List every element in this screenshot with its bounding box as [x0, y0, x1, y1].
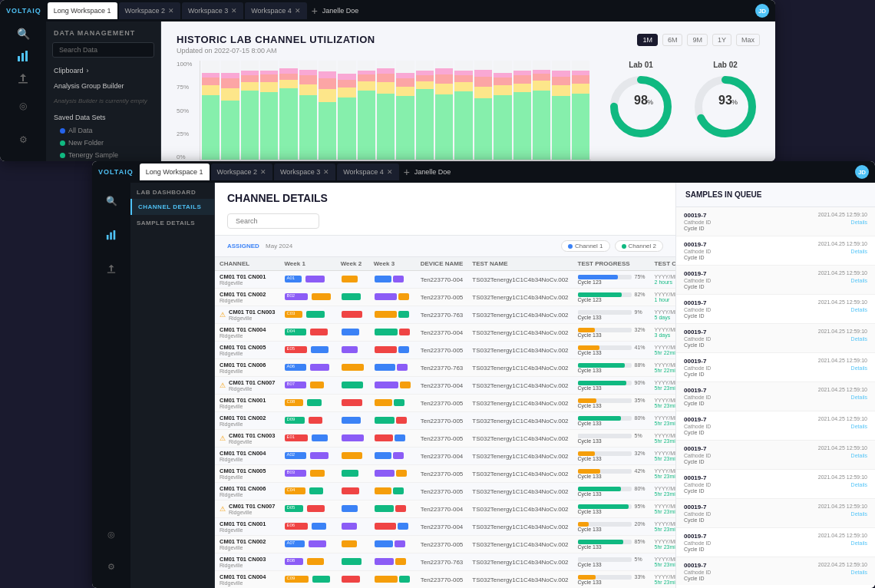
bar-group [299, 61, 317, 160]
queue-detail-link2[interactable] [818, 226, 867, 231]
cell-channel: ⚠ CM01 T01 CN003 Ridgeville [215, 306, 279, 324]
btab-close-4[interactable]: ✕ [387, 168, 393, 176]
filter-channel2[interactable]: Channel 2 [615, 240, 663, 252]
tab-workspace-3[interactable]: Workspace 3 ✕ [182, 2, 243, 19]
btab-close-3[interactable]: ✕ [323, 168, 329, 176]
queue-detail-link2[interactable] [818, 488, 867, 494]
search-input[interactable] [52, 42, 154, 58]
sidebar-help-icon[interactable]: ◎ [11, 94, 35, 118]
b-search-icon[interactable]: 🔍 [99, 189, 124, 213]
saved-item-all[interactable]: All Data [46, 124, 160, 137]
queue-detail-link2[interactable] [818, 430, 867, 435]
tab-workspace-2[interactable]: Workspace 2 ✕ [119, 2, 180, 19]
cell-week2 [336, 412, 369, 430]
btab-workspace-4[interactable]: Workspace 4 ✕ [337, 164, 398, 180]
queue-detail-link2[interactable] [818, 576, 867, 581]
queue-detail-link2[interactable] [818, 459, 867, 464]
dot-icon [60, 153, 65, 158]
sidebar-charts-icon[interactable] [11, 50, 35, 63]
bottom-add-tab[interactable]: + [401, 166, 413, 178]
red-segment [319, 78, 336, 89]
queue-detail-link2[interactable] [818, 401, 867, 406]
add-tab-button[interactable]: + [309, 5, 321, 17]
nav-lab-dashboard[interactable]: LAB DASHBOARD [130, 183, 214, 199]
queue-detail-link[interactable]: Details [818, 307, 867, 312]
saved-sets-label[interactable]: Saved Data Sets [46, 109, 160, 124]
b-help-icon[interactable]: ◎ [99, 522, 124, 547]
queue-detail-link[interactable]: Details [818, 540, 867, 546]
queue-detail-link2[interactable] [818, 284, 867, 289]
queue-detail-link2[interactable] [818, 255, 867, 260]
analysis-label[interactable]: Analysis Group Builder [46, 78, 160, 93]
cell-device: Ten223770-005 [416, 465, 468, 483]
btn-max[interactable]: Max [736, 34, 760, 46]
btab-close-2[interactable]: ✕ [260, 168, 266, 176]
btab-workspace-2[interactable]: Workspace 2 ✕ [211, 164, 272, 180]
svg-rect-14 [114, 230, 116, 239]
cell-channel: CM01 T01 CN006 Ridgeville [215, 359, 279, 377]
queue-detail-link2[interactable] [818, 547, 867, 552]
queue-date: 2021.04.25 12:59:10 [818, 504, 867, 510]
cell-progress: 5% Cycle 133 [573, 553, 650, 571]
svg-text:98: 98 [634, 94, 648, 107]
queue-detail-link[interactable]: Details [818, 453, 867, 458]
btn-1m[interactable]: 1M [637, 34, 658, 46]
cell-week3 [369, 483, 416, 500]
cell-completion: YYYY/MM/DD HH:MM 5hr 23min [650, 412, 675, 430]
queue-detail-link2[interactable] [818, 517, 867, 523]
channel-search-input[interactable] [227, 213, 319, 229]
queue-detail-link[interactable]: Details [818, 511, 867, 517]
empty-segment [299, 61, 317, 70]
saved-item-folder[interactable]: New Folder [46, 137, 160, 149]
queue-cycleid: Cycle ID [684, 430, 817, 435]
btab-workspace-1[interactable]: Long Workspace 1 [140, 164, 210, 180]
pink-segment [221, 73, 239, 79]
nav-channel-details[interactable]: CHANNEL DETAILS [130, 199, 214, 215]
tab-workspace-4[interactable]: Workspace 4 ✕ [245, 2, 306, 19]
tab-close-3[interactable]: ✕ [231, 7, 237, 15]
svg-rect-13 [110, 233, 112, 240]
cell-device: Ten223770-004 [416, 518, 468, 536]
queue-detail-link[interactable]: Details [818, 424, 867, 429]
tab-close-2[interactable]: ✕ [168, 7, 174, 15]
btab-workspace-3[interactable]: Workspace 3 ✕ [274, 164, 335, 180]
queue-detail-link[interactable]: Details [818, 395, 867, 400]
queue-detail-link2[interactable] [818, 342, 867, 348]
red-segment [435, 74, 453, 84]
tab-long-workspace-1[interactable]: Long Workspace 1 [48, 2, 117, 19]
nav-sample-details[interactable]: SAMPLE DETAILS [130, 215, 214, 231]
btn-6m[interactable]: 6M [662, 34, 683, 46]
queue-detail-link[interactable]: Details [818, 336, 867, 342]
sidebar-search-icon[interactable]: 🔍 [11, 28, 35, 41]
queue-detail-link2[interactable] [818, 372, 867, 377]
sidebar-upload-icon[interactable] [11, 71, 35, 84]
queue-detail-link[interactable]: Details [818, 220, 867, 225]
filter-channel1[interactable]: Channel 1 [561, 240, 609, 252]
b-settings-icon[interactable]: ⚙ [99, 554, 124, 579]
btn-9m[interactable]: 9M [687, 34, 708, 46]
queue-id: 00019-7 [684, 533, 817, 540]
clipboard-label[interactable]: Clipboard › [46, 62, 160, 78]
channel-title: CHANNEL DETAILS [227, 192, 663, 204]
queue-detail-link[interactable]: Details [818, 249, 867, 254]
queue-detail-link[interactable]: Details [818, 278, 867, 283]
sidebar-settings-icon[interactable]: ⚙ [11, 127, 35, 152]
queue-detail-link[interactable]: Details [818, 482, 867, 487]
red-segment [299, 75, 317, 84]
b-chart-icon[interactable] [99, 223, 124, 247]
queue-detail-link[interactable]: Details [818, 365, 867, 371]
b-upload-icon[interactable] [99, 256, 124, 281]
dot-icon [60, 140, 65, 146]
queue-cycleid: Cycle ID [684, 342, 817, 348]
empty-segment [552, 61, 570, 71]
tab-close-4[interactable]: ✕ [295, 7, 301, 15]
queue-id: 00019-7 [684, 474, 817, 481]
queue-item: 00019-7 2021.04.25 12:59:10 Cathode ID D… [676, 470, 875, 499]
queue-detail-link[interactable]: Details [818, 570, 867, 575]
queue-detail-link2[interactable] [818, 313, 867, 319]
svg-rect-12 [107, 235, 109, 239]
cell-week3 [369, 342, 416, 359]
btn-1y[interactable]: 1Y [712, 34, 731, 46]
red-segment [416, 75, 434, 81]
saved-item-tenergy[interactable]: Tenergy Sample [46, 149, 160, 161]
